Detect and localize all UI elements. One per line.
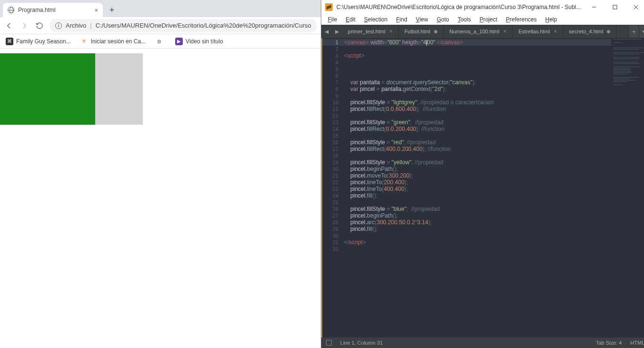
menu-item-view[interactable]: View: [412, 15, 432, 24]
line-number: 30: [322, 232, 344, 239]
status-tab-size[interactable]: Tab Size: 4: [596, 340, 622, 346]
address-bar[interactable]: i Archivo | C:/Users/MAUREN/OneDrive/Esc…: [50, 19, 317, 32]
line-number: 4: [322, 59, 344, 66]
file-tab[interactable]: Futbol.html: [399, 25, 444, 38]
url-scheme: Archivo: [66, 22, 86, 29]
code-line: pincel.fillStyle = "blue"; //propiedad: [344, 206, 612, 212]
chrome-window: Programa.html × + i Archivo | C:/Users/M…: [0, 0, 321, 348]
line-number: 10: [322, 99, 344, 106]
line-number: 12: [322, 112, 344, 119]
minimap[interactable]: [611, 38, 644, 338]
menu-item-help[interactable]: Help: [542, 15, 561, 24]
line-number: 21: [322, 172, 344, 179]
tab-scroll-left[interactable]: ◀: [321, 25, 332, 38]
line-number: 2: [322, 46, 344, 52]
code-line: [344, 132, 612, 139]
close-icon[interactable]: ×: [503, 28, 506, 35]
code-line: pincel.moveTo(300,200);: [344, 172, 612, 179]
bookmark-label: Iniciar sesión en Ca...: [91, 38, 146, 45]
sublime-tabbar: ◀ ▶ primer_test.html×Futbol.htmlNumeros_…: [321, 25, 644, 38]
svg-rect-1: [613, 5, 617, 9]
line-number: 9: [322, 92, 344, 99]
code-line: [344, 112, 612, 119]
file-tab-label: Estrellas.html: [518, 29, 550, 34]
sublime-window: C:\Users\MAUREN\OneDrive\Escritorio\Lógi…: [321, 0, 644, 348]
back-button[interactable]: [4, 20, 14, 31]
tab-menu-button[interactable]: ▾: [639, 25, 644, 38]
code-line: var pincel = pantalla.getContext("2d");: [344, 86, 612, 92]
line-number: 16: [322, 139, 344, 146]
chrome-tab-active[interactable]: Programa.html ×: [3, 3, 103, 17]
tab-scroll-right[interactable]: ▶: [332, 25, 342, 38]
menu-item-file[interactable]: File: [324, 15, 341, 24]
line-number: 18: [322, 152, 344, 159]
file-tab-label: Numeros_a_100.html: [449, 29, 499, 34]
bookmark-item[interactable]: ⌘Family Guy Season...: [6, 38, 71, 45]
menu-item-find[interactable]: Find: [392, 15, 411, 24]
code-line: pincel.fill();: [344, 192, 612, 199]
file-tab[interactable]: Estrellas.html×: [513, 25, 563, 38]
line-number: 25: [322, 199, 344, 206]
forward-button[interactable]: [19, 20, 30, 31]
tab-new-button[interactable]: +: [628, 25, 639, 38]
dirty-indicator-icon: [607, 30, 610, 33]
bookmark-item[interactable]: ◍: [155, 38, 166, 45]
close-icon[interactable]: ×: [389, 28, 393, 35]
line-number: 11: [322, 106, 344, 112]
line-number: 5: [322, 66, 344, 72]
editor-area[interactable]: 1234567891011121314151617181920212223242…: [321, 38, 644, 338]
menu-item-edit[interactable]: Edit: [342, 15, 359, 24]
close-icon[interactable]: ×: [94, 7, 98, 14]
chrome-tab-title: Programa.html: [18, 7, 56, 13]
code-line: [344, 72, 612, 79]
menu-item-tools[interactable]: Tools: [454, 15, 475, 24]
code-line: pincel.fillStyle = "green"; //propiedad: [344, 119, 612, 126]
code-line: [344, 152, 612, 159]
maximize-button[interactable]: [605, 0, 624, 14]
line-number: 15: [322, 132, 344, 139]
bookmarks-bar: ⌘Family Guy Season...ⱯIniciar sesión en …: [0, 34, 321, 49]
panel-toggle-icon[interactable]: [326, 340, 332, 346]
code-line: var pantalla = document.querySelector("c…: [344, 79, 612, 86]
code-line: <canvas> width="600" heigth="400" </canv…: [344, 39, 612, 46]
line-number: 3: [322, 52, 344, 59]
minimize-button[interactable]: [585, 0, 604, 14]
status-cursor-position: Line 1, Column 31: [340, 340, 383, 346]
code-line: </script>: [344, 239, 612, 246]
bookmark-item[interactable]: ⱯIniciar sesión en Ca...: [80, 38, 146, 45]
code-line: [344, 199, 612, 206]
line-number: 14: [322, 126, 344, 132]
chrome-toolbar: i Archivo | C:/Users/MAUREN/OneDrive/Esc…: [0, 17, 321, 34]
line-number: 28: [322, 219, 344, 226]
file-tab[interactable]: primer_test.html×: [342, 25, 399, 38]
bookmark-item[interactable]: ▶Video sin título: [175, 38, 223, 45]
close-button[interactable]: [626, 0, 644, 14]
close-icon[interactable]: ×: [554, 28, 557, 35]
bookmark-label: Family Guy Season...: [16, 38, 71, 45]
code-line: [344, 92, 612, 99]
chrome-new-tab-button[interactable]: +: [106, 4, 118, 16]
file-tab[interactable]: secreto_4.html: [563, 25, 616, 38]
menu-item-project[interactable]: Project: [476, 15, 501, 24]
code-line: pincel.fillStyle = "yellow"; //propiedad: [344, 159, 612, 166]
line-number: 1: [322, 39, 344, 46]
menu-item-preferences[interactable]: Preferences: [502, 15, 541, 24]
menu-item-selection[interactable]: Selection: [360, 15, 391, 24]
page-content: [0, 49, 321, 348]
status-syntax[interactable]: HTML: [630, 340, 644, 346]
code-line: pincel.lineTo(400,400);: [344, 186, 612, 192]
menu-item-goto[interactable]: Goto: [433, 15, 453, 24]
bookmark-icon: ▶: [175, 38, 183, 45]
file-tab-label: Futbol.html: [405, 29, 430, 34]
code-line: pincel.fill();: [344, 226, 612, 232]
chrome-tabstrip: Programa.html × +: [0, 0, 321, 17]
code-line: <script>: [344, 52, 612, 59]
globe-icon: [8, 7, 14, 13]
sublime-title-text: C:\Users\MAUREN\OneDrive\Escritorio\Lógi…: [337, 4, 581, 10]
code-line: [344, 66, 612, 72]
file-tab[interactable]: Numeros_a_100.html×: [444, 25, 513, 38]
reload-button[interactable]: [34, 20, 45, 31]
code-line: pincel.lineTo(200,400);: [344, 179, 612, 186]
code-content[interactable]: <canvas> width="600" heigth="400" </canv…: [344, 38, 612, 338]
line-number: 26: [322, 206, 344, 212]
